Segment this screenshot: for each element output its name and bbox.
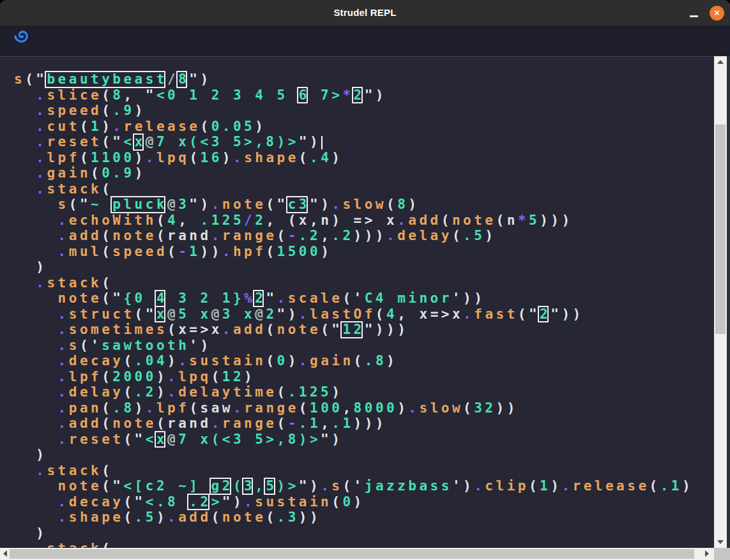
code-token: ( (102, 541, 112, 548)
code-token: ) (156, 510, 167, 525)
code-line[interactable]: .echoWith(4, .125/2, (x,n) => x.add(note… (14, 213, 693, 229)
code-token: .1 (660, 478, 682, 494)
code-token: ) (135, 103, 146, 118)
code-line[interactable]: .lpf(2000).lpq(12) (14, 369, 693, 385)
code-line[interactable]: ) (14, 447, 693, 463)
vertical-scrollbar[interactable] (714, 56, 727, 548)
code-token: ) (354, 494, 365, 510)
code-token (14, 165, 36, 181)
scroll-left-arrow-icon[interactable] (3, 550, 7, 557)
strudel-logo-icon[interactable] (13, 28, 31, 46)
code-token: 8000 (354, 400, 398, 416)
code-line[interactable]: .s('sawtooth') (14, 338, 693, 354)
code-token: ') (452, 478, 474, 494)
code-line[interactable]: .pan(.8).lpf(saw.range(100,8000).slow(32… (14, 400, 693, 416)
code-token: . (233, 400, 244, 416)
active-event-token: c3 (288, 197, 310, 213)
code-line[interactable]: .add(note(rand.range(-.2,.2))).delay(.5) (14, 228, 693, 244)
code-token: .4 (310, 150, 331, 165)
code-token: ( (650, 478, 660, 494)
code-line[interactable]: .slice(8, "<0 1 2 3 4 5 6 7>*2") (14, 87, 693, 103)
code-token: ") (299, 478, 321, 494)
code-token: ") (222, 494, 244, 510)
code-line[interactable]: .reset("<x@7 x(<3 5>,8)>") (14, 134, 693, 150)
code-token: slow (342, 197, 386, 212)
code-token: . (58, 213, 69, 228)
code-editor[interactable]: s("beautybeast/8") .slice(8, "<0 1 2 3 4… (0, 56, 714, 548)
code-token: % (244, 291, 255, 306)
code-token: pan (69, 400, 102, 416)
code-token: ( (102, 244, 112, 259)
code-line[interactable]: .stack( (14, 463, 693, 479)
code-area[interactable]: s("beautybeast/8") .slice(8, "<0 1 2 3 4… (14, 72, 693, 548)
code-line[interactable]: .shape(.5).add(note(.3)) (14, 510, 693, 526)
code-token: @ (167, 306, 178, 322)
code-token: )) (496, 400, 518, 416)
code-token: 12 (222, 369, 244, 384)
code-line[interactable]: s("beautybeast/8") (14, 72, 693, 87)
text-cursor (321, 136, 323, 149)
code-token: shape (69, 510, 124, 525)
scrollbar-corner (714, 548, 730, 560)
active-event-token: 5 (266, 478, 277, 494)
code-line[interactable]: s("~ pluck@3").note("c3").slow(8) (14, 197, 693, 213)
code-line[interactable]: .reset("<x@7 x(<3 5>,8)>") (14, 432, 693, 448)
minimize-button[interactable] (690, 15, 698, 17)
code-line[interactable]: .stack( (14, 275, 693, 291)
code-token: s (14, 72, 25, 87)
code-line[interactable]: .sometimes(x=>x.add(note("12"))) (14, 322, 693, 338)
code-token (14, 432, 58, 447)
code-line[interactable]: note("{0 4 3 2 1}%2".scale('C4 minor')) (14, 291, 693, 306)
code-token: note (222, 197, 266, 212)
code-line[interactable]: .gain(0.9) (14, 165, 693, 181)
code-line[interactable]: .speed(.9) (14, 103, 693, 119)
code-token: 3 (178, 197, 189, 212)
code-token: (" (321, 322, 342, 337)
scroll-down-arrow-icon[interactable] (717, 540, 724, 544)
code-line[interactable]: .mul(speed(-1)).hpf(1500) (14, 244, 693, 260)
code-token: @ (167, 432, 178, 447)
code-token (14, 150, 36, 165)
code-token: . (178, 353, 189, 368)
code-token: . (561, 478, 572, 494)
code-token: . (167, 510, 178, 525)
horizontal-scroll-thumb[interactable] (10, 549, 694, 559)
horizontal-scrollbar[interactable] (0, 548, 714, 560)
code-token: ) (102, 119, 112, 134)
code-token: gain (47, 165, 91, 181)
code-line[interactable]: .lpf(1100).lpq(16).shape(.4) (14, 150, 693, 166)
code-token: / (167, 72, 178, 87)
code-token: ')) (452, 291, 485, 306)
code-token (14, 494, 58, 510)
code-line[interactable]: .delay(.2).delaytime(.125) (14, 384, 693, 400)
scroll-up-arrow-icon[interactable] (717, 60, 724, 64)
code-token: decay (69, 494, 124, 510)
code-line[interactable]: .struct("x@5 x@3 x@2").lastOf(4, x=>x.fa… (14, 306, 693, 322)
code-token: echoWith (69, 213, 156, 228)
code-line[interactable]: .cut(1).release(0.05) (14, 119, 693, 135)
code-token: . (36, 87, 47, 103)
code-line[interactable]: .decay(.04).sustain(0).gain(.8) (14, 353, 693, 369)
code-token: @ (167, 197, 178, 212)
code-line[interactable]: .stack( (14, 181, 693, 197)
code-line[interactable]: ) (14, 259, 693, 275)
code-line[interactable]: note("<[c2 ~] g2(3,5)>").s('jazzbass').c… (14, 478, 693, 494)
vertical-scroll-thumb[interactable] (715, 125, 726, 334)
code-token: .3 (277, 510, 299, 525)
code-token: ~ (91, 197, 112, 212)
close-button[interactable]: × (710, 6, 724, 20)
code-line[interactable]: ) (14, 526, 693, 541)
code-line[interactable]: .stack( (14, 541, 693, 548)
scroll-right-arrow-icon[interactable] (705, 550, 709, 557)
code-token: ( (123, 384, 134, 400)
code-line[interactable]: .decay("<.8 .2>").sustain(0) (14, 494, 693, 510)
code-token: ( (211, 510, 222, 525)
code-token (14, 322, 58, 337)
code-token: note (277, 322, 321, 337)
code-line[interactable]: .add(note(rand.range(-.1,.1))) (14, 416, 693, 432)
code-token: 0.9 (102, 165, 134, 181)
code-token: x (211, 322, 222, 337)
code-token: note (58, 291, 102, 306)
code-token: ) (135, 165, 146, 181)
code-token: . (58, 384, 69, 400)
